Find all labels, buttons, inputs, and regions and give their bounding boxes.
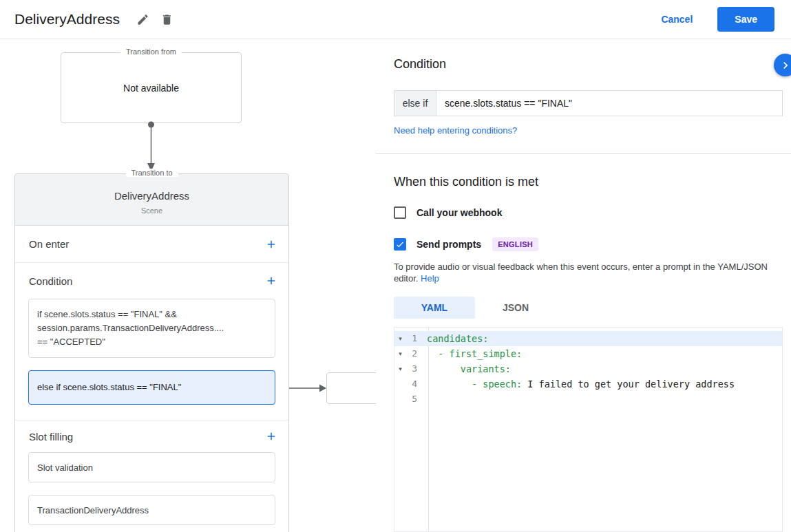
line-number: 3 (406, 361, 423, 376)
checkmark-icon (395, 240, 405, 249)
add-on-enter-button[interactable] (262, 235, 280, 253)
chevron-right-icon (779, 58, 791, 72)
code-line: variants: (423, 361, 782, 376)
trash-icon (160, 13, 173, 26)
prompts-description-text: To provide audio or visual feedback when… (394, 262, 768, 284)
plus-icon (265, 430, 277, 443)
line-number: 1 (406, 331, 423, 346)
panel-header: Condition (394, 57, 773, 72)
transition-target-node[interactable] (326, 372, 376, 404)
when-met-title: When this condition is met (394, 175, 773, 189)
condition-expression-row: else if (394, 90, 783, 116)
down-arrow-connector (143, 121, 160, 173)
tab-json[interactable]: JSON (475, 297, 556, 319)
panel-title: Condition (394, 57, 446, 72)
condition-detail-panel: Condition else if Need help entering con… (376, 39, 791, 532)
collapse-panel-button[interactable] (774, 54, 791, 76)
code-token-plain: I failed to get your delivery address (522, 379, 735, 390)
code-line: candidates: (423, 331, 782, 346)
condition-section: Condition if scene.slots.status == "FINA… (15, 263, 288, 421)
transition-from-label: Transition from (120, 47, 182, 56)
editor-line[interactable]: 5 (394, 392, 782, 407)
scene-type: Scene (15, 206, 288, 215)
condition-section-header: Condition (15, 263, 288, 299)
code-token-key: variants: (461, 363, 511, 374)
slot-filling-section-header: Slot filling (15, 421, 288, 452)
language-badge: ENGLISH (492, 237, 538, 251)
edit-icon[interactable] (131, 8, 155, 32)
scene-name: DeliveryAddress (15, 190, 288, 202)
code-line (423, 392, 782, 407)
delete-icon[interactable] (155, 8, 179, 32)
code-line: - speech: I failed to get your delivery … (423, 376, 782, 392)
scene-flow-canvas: Transition from Not available Transition… (0, 39, 376, 532)
slot-item[interactable]: TransactionDeliveryAddress (28, 495, 275, 525)
editor-line[interactable]: 4 - speech: I failed to get your deliver… (394, 376, 782, 392)
fold-arrow-icon[interactable]: ▾ (394, 361, 406, 376)
panel-divider (376, 153, 791, 154)
editor-line[interactable]: ▾3 variants: (394, 361, 782, 376)
slot-item[interactable]: Slot validation (28, 452, 275, 482)
tab-yaml[interactable]: YAML (394, 297, 475, 319)
condition-prefix: else if (394, 90, 436, 116)
yaml-code-editor[interactable]: ▾1candidates:▾2 - first_simple:▾3 varian… (394, 327, 783, 532)
scene-card: Transition to DeliveryAddress Scene On e… (14, 173, 289, 532)
editor-line[interactable]: ▾1candidates: (394, 331, 782, 346)
code-token-key: - first_simple: (438, 348, 522, 359)
content: Transition from Not available Transition… (0, 39, 791, 532)
slot-filling-label: Slot filling (29, 431, 73, 443)
scene-card-header: DeliveryAddress Scene (15, 174, 288, 226)
condition-help-link[interactable]: Need help entering conditions? (394, 125, 791, 136)
cancel-button[interactable]: Cancel (657, 13, 697, 25)
send-prompts-row: Send prompts ENGLISH (394, 237, 773, 251)
add-slot-button[interactable] (262, 427, 280, 445)
transition-to-label: Transition to (125, 169, 178, 177)
code-token-plain (427, 363, 461, 374)
pencil-icon (136, 13, 149, 26)
fold-arrow-icon[interactable]: ▾ (394, 346, 406, 361)
code-token-plain (427, 379, 472, 390)
send-prompts-checkbox[interactable] (394, 238, 406, 251)
help-link[interactable]: Help (421, 273, 439, 284)
prompts-description: To provide audio or visual feedback when… (394, 261, 773, 284)
slot-filling-section: Slot filling Slot validation Transaction… (15, 421, 288, 525)
code-token-key: - speech: (472, 379, 522, 390)
transition-from-value: Not available (123, 83, 179, 94)
save-button[interactable]: Save (717, 7, 774, 32)
page-title: DeliveryAddress (14, 11, 120, 28)
code-token-key: candidates: (427, 333, 488, 344)
code-token-plain (427, 348, 438, 359)
condition-item-selected[interactable]: else if scene.slots.status == "FINAL" (28, 370, 275, 405)
on-enter-label: On enter (29, 238, 69, 250)
plus-icon (265, 275, 277, 287)
condition-label: Condition (29, 275, 72, 287)
on-enter-section: On enter (15, 226, 288, 263)
condition-item[interactable]: if scene.slots.status == "FINAL" && sess… (28, 299, 275, 358)
line-number: 4 (406, 376, 423, 392)
add-condition-button[interactable] (262, 272, 280, 290)
code-line: - first_simple: (423, 346, 782, 361)
line-number: 5 (406, 392, 423, 407)
header: DeliveryAddress Cancel Save (0, 0, 791, 39)
send-prompts-label: Send prompts (416, 239, 481, 250)
fold-arrow-icon[interactable]: ▾ (394, 331, 406, 346)
plus-icon (265, 238, 277, 251)
editor-line[interactable]: ▾2 - first_simple: (394, 346, 782, 361)
webhook-label: Call your webhook (416, 207, 502, 218)
fold-gutter (394, 392, 406, 407)
transition-from-node: Transition from Not available (61, 52, 242, 123)
webhook-checkbox[interactable] (394, 206, 406, 219)
condition-expression-input[interactable] (436, 90, 783, 116)
fold-gutter (394, 376, 406, 392)
editor-tabs: YAML JSON (394, 297, 791, 319)
webhook-row: Call your webhook (394, 206, 773, 219)
line-number: 2 (406, 346, 423, 361)
